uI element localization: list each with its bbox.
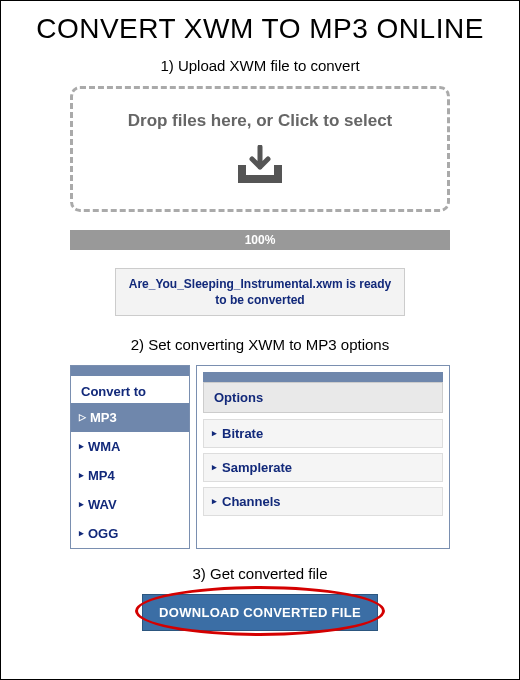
dropzone-text: Drop files here, or Click to select (83, 111, 437, 131)
triangle-right-icon: ▸ (212, 429, 217, 438)
options-header: Options (203, 382, 443, 413)
triangle-right-icon: ▸ (79, 442, 84, 451)
triangle-right-icon: ▸ (79, 471, 84, 480)
page-title: CONVERT XWM TO MP3 ONLINE (15, 13, 505, 45)
step-1-label: 1) Upload XWM file to convert (15, 57, 505, 74)
triangle-right-icon: ▸ (79, 500, 84, 509)
format-panel-header (71, 366, 189, 376)
triangle-right-icon: ▸ (212, 497, 217, 506)
formats-title: Convert to (71, 376, 189, 403)
option-label: Channels (222, 494, 281, 509)
format-item-wav[interactable]: ▸WAV (71, 490, 189, 519)
format-panel: Convert to ▷MP3▸WMA▸MP4▸WAV▸OGG (70, 365, 190, 549)
format-label: WAV (88, 497, 117, 512)
step-3-label: 3) Get converted file (15, 565, 505, 582)
options-panel-header (203, 372, 443, 382)
file-status-message: Are_You_Sleeping_Instrumental.xwm is rea… (115, 268, 405, 316)
triangle-right-icon: ▸ (79, 529, 84, 538)
file-dropzone[interactable]: Drop files here, or Click to select (70, 86, 450, 212)
upload-tray-icon (230, 145, 290, 193)
format-item-mp3[interactable]: ▷MP3 (71, 403, 189, 432)
format-label: MP3 (90, 410, 117, 425)
option-row-samplerate[interactable]: ▸Samplerate (203, 453, 443, 482)
download-button[interactable]: DOWNLOAD CONVERTED FILE (142, 594, 378, 631)
option-label: Samplerate (222, 460, 292, 475)
format-item-mp4[interactable]: ▸MP4 (71, 461, 189, 490)
step-2-label: 2) Set converting XWM to MP3 options (15, 336, 505, 353)
format-label: OGG (88, 526, 118, 541)
triangle-right-icon: ▷ (79, 413, 86, 422)
option-row-bitrate[interactable]: ▸Bitrate (203, 419, 443, 448)
option-row-channels[interactable]: ▸Channels (203, 487, 443, 516)
format-label: WMA (88, 439, 121, 454)
format-item-wma[interactable]: ▸WMA (71, 432, 189, 461)
option-label: Bitrate (222, 426, 263, 441)
upload-progress-bar: 100% (70, 230, 450, 250)
format-label: MP4 (88, 468, 115, 483)
triangle-right-icon: ▸ (212, 463, 217, 472)
options-panel: Options ▸Bitrate▸Samplerate▸Channels (196, 365, 450, 549)
format-item-ogg[interactable]: ▸OGG (71, 519, 189, 548)
